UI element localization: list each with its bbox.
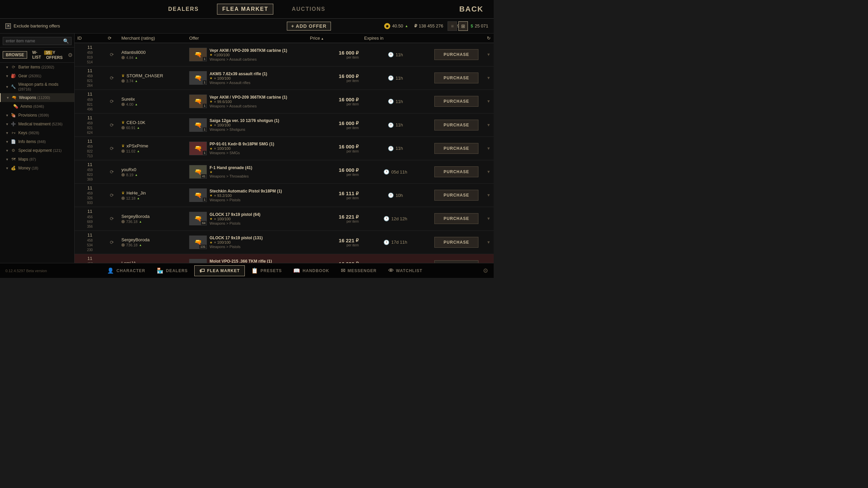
list-view-button[interactable]: ≡ bbox=[448, 21, 457, 31]
purchase-button[interactable]: PURCHASE bbox=[434, 120, 478, 130]
merchant-rating: 11.02 ▲ bbox=[121, 149, 184, 153]
chevron-icon: ▼ bbox=[5, 166, 9, 170]
sidebar-item-weapon-parts-&-mods[interactable]: ▼ 🔧 Weapon parts & mods (28716) bbox=[0, 80, 74, 93]
purchase-button[interactable]: PURCHASE bbox=[434, 260, 478, 263]
nav-dealers[interactable]: DEALERS bbox=[163, 4, 203, 14]
merchant-cell: ♛ xPSxPrime 11.02 ▲ bbox=[119, 142, 186, 155]
sidebar-item-label: Info items (848) bbox=[18, 139, 46, 144]
grid-view-button[interactable]: ⊞ bbox=[458, 21, 468, 31]
expand-cell[interactable]: ▼ bbox=[484, 169, 494, 174]
bottom-nav-dealers[interactable]: 🏪 DEALERS bbox=[152, 265, 193, 276]
merchant-rating: 4.84 ▲ bbox=[121, 56, 184, 60]
settings-gear-icon[interactable]: ⚙ bbox=[483, 267, 488, 274]
purchase-button[interactable]: PURCHASE bbox=[434, 166, 478, 177]
offer-info: Vepr AKM / VPO-209 366TKM carbine (1) ★ … bbox=[210, 95, 287, 108]
sidebar-item-weapons[interactable]: ▼ 🔫 Weapons (11200) bbox=[0, 93, 74, 102]
crown-icon: ♛ bbox=[121, 74, 125, 78]
purchase-button[interactable]: PURCHASE bbox=[434, 49, 478, 60]
wlist-tab[interactable]: W-LIST bbox=[29, 49, 44, 61]
category-icon: 🍖 bbox=[11, 113, 16, 118]
exclude-barter-checkbox[interactable]: ✕ bbox=[5, 23, 11, 29]
chevron-icon: ▼ bbox=[5, 114, 9, 117]
back-button[interactable]: BACK bbox=[459, 5, 484, 14]
sidebar: 🔍 BROWSE W-LIST MY OFFERS 3/5 ⚙ ▼ ⟳ Bart… bbox=[0, 34, 75, 263]
bottom-nav-messenger[interactable]: ✉ MESSENGER bbox=[336, 265, 382, 276]
expires-value: 11h bbox=[396, 76, 403, 81]
sidebar-item-info-items[interactable]: ▼ 📄 Info items (848) bbox=[0, 137, 74, 146]
clock-icon: 🕐 bbox=[388, 146, 394, 151]
bottom-nav-presets[interactable]: 📋 PRESETS bbox=[246, 265, 287, 276]
price-per-item: per item bbox=[347, 173, 359, 177]
nav-auctions[interactable]: AUCTIONS bbox=[287, 4, 330, 14]
purchase-button[interactable]: PURCHASE bbox=[434, 190, 478, 201]
coins-up-icon: ▲ bbox=[405, 24, 408, 28]
expand-cell[interactable]: ▼ bbox=[484, 216, 494, 221]
rating-dot-icon bbox=[121, 149, 125, 153]
merchant-name: ♛ HeHe_Jin bbox=[121, 190, 184, 196]
sidebar-item-barter-items[interactable]: ▼ ⟳ Barter items (22302) bbox=[0, 63, 74, 72]
nav-flea-market[interactable]: FLEA MARKET bbox=[217, 4, 273, 15]
sidebar-item-label: Gear (26391) bbox=[18, 74, 41, 78]
bottom-nav-character[interactable]: 👤 CHARACTER bbox=[102, 265, 150, 276]
sidebar-item-ammo[interactable]: 💊 Ammo (6346) bbox=[0, 102, 74, 111]
bottom-nav-handbook[interactable]: 📖 HANDBOOK bbox=[288, 265, 334, 276]
price-per-item: per item bbox=[347, 196, 359, 200]
expand-cell[interactable]: ▼ bbox=[484, 99, 494, 104]
character-nav-icon: 👤 bbox=[107, 267, 114, 274]
coin-icon: ◉ bbox=[384, 23, 390, 29]
purchase-button[interactable]: PURCHASE bbox=[434, 73, 478, 83]
sidebar-item-label: Weapons (11200) bbox=[19, 95, 50, 100]
sidebar-item-provisions[interactable]: ▼ 🍖 Provisions (3599) bbox=[0, 111, 74, 120]
expand-cell[interactable]: ▼ bbox=[484, 146, 494, 151]
refresh-button[interactable]: ↻ bbox=[484, 36, 493, 41]
bottom-nav-flea-market[interactable]: 🏷 FLEA MARKET bbox=[194, 265, 245, 276]
category-icon: ⚙ bbox=[11, 148, 16, 153]
th-price[interactable]: Price bbox=[307, 36, 361, 41]
offer-category: Weapons > Pistols bbox=[210, 221, 260, 225]
expires-value: 11h bbox=[396, 52, 403, 57]
expand-cell[interactable]: ▼ bbox=[484, 76, 494, 80]
browse-tab[interactable]: BROWSE bbox=[3, 51, 27, 59]
sync-cell: ⟳ bbox=[105, 192, 119, 198]
sidebar-item-maps[interactable]: ▼ 🗺 Maps (87) bbox=[0, 155, 74, 164]
offer-info: PP-91-01 Kedr-B 9x18PM SMG (1) ★ × 100/1… bbox=[210, 142, 274, 155]
price-per-item: per item bbox=[347, 243, 359, 247]
offer-info: Molot VPO-215 .366 TKM rifle (1) ★ × 100… bbox=[210, 259, 272, 263]
table-row: 11459823369 ⟳ youRx0 8.19 ▲ 🔫 41 F-1 Han… bbox=[75, 160, 494, 184]
expand-cell[interactable]: ▼ bbox=[484, 193, 494, 198]
ruble-symbol: ₽ bbox=[356, 167, 359, 173]
merchant-rating: 3.74 ▲ bbox=[121, 79, 184, 83]
search-input[interactable] bbox=[3, 37, 72, 45]
settings-icon[interactable]: ⚙ bbox=[68, 52, 73, 58]
purchase-button[interactable]: PURCHASE bbox=[434, 213, 478, 224]
sync-icon: ⟳ bbox=[110, 99, 114, 104]
purchase-button[interactable]: PURCHASE bbox=[434, 143, 478, 154]
sidebar-item-special-equipment[interactable]: ▼ ⚙ Special equipment (121) bbox=[0, 146, 74, 155]
offer-name: AKMS 7.62x39 assault rifle (1) bbox=[210, 72, 267, 76]
table-row: 11459326933 ⟳ ♛ HeHe_Jin 12.18 ▲ 🔫 1 Ste… bbox=[75, 184, 494, 207]
item-icon: 🔫 bbox=[194, 51, 202, 58]
sidebar-item-money[interactable]: ▼ 💰 Money (18) bbox=[0, 164, 74, 172]
expand-cell[interactable]: ▼ bbox=[484, 123, 494, 127]
sync-cell: ⟳ bbox=[105, 52, 119, 57]
ruble-symbol: ₽ bbox=[356, 97, 359, 102]
offer-name: F-1 Hand grenade (41) bbox=[210, 165, 252, 170]
purchase-button[interactable]: PURCHASE bbox=[434, 96, 478, 107]
expand-cell[interactable]: ▼ bbox=[484, 52, 494, 57]
purchase-button[interactable]: PURCHASE bbox=[434, 237, 478, 248]
price-value: 16 221 ₽ bbox=[339, 238, 359, 243]
sidebar-item-keys[interactable]: ▼ 🗝 Keys (9828) bbox=[0, 128, 74, 137]
rubles-display: ₽ 138 455 276 bbox=[414, 23, 443, 28]
clock-icon: 🕐 bbox=[383, 169, 389, 175]
bottom-nav-watchlist[interactable]: 👁 WATCHLIST bbox=[383, 265, 428, 276]
ruble-symbol: ₽ bbox=[356, 261, 359, 263]
sidebar-item-gear[interactable]: ▼ 🎒 Gear (26391) bbox=[0, 72, 74, 80]
item-icon: 🔫 bbox=[194, 215, 202, 222]
price-per-item: per item bbox=[347, 220, 359, 223]
item-thumbnail: 🔫 1 bbox=[189, 259, 207, 263]
price-value: 16 111 ₽ bbox=[339, 190, 359, 196]
rating-up-icon: ▲ bbox=[135, 103, 138, 106]
sidebar-item-medical-treatment[interactable]: ▼ ➕ Medical treatment (5236) bbox=[0, 120, 74, 128]
add-offer-button[interactable]: + ADD OFFER bbox=[287, 22, 331, 30]
expand-cell[interactable]: ▼ bbox=[484, 240, 494, 245]
